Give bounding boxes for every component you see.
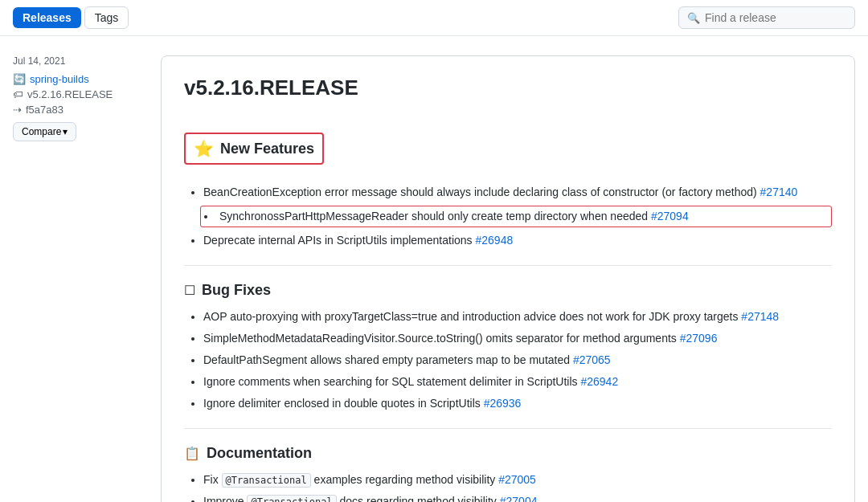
item-text: AOP auto-proxying with proxyTargetClass=… bbox=[203, 310, 741, 323]
main-container: Jul 14, 2021 🔄 spring-builds 🏷 v5.2.16.R… bbox=[0, 36, 868, 502]
release-title: v5.2.16.RELEASE bbox=[184, 76, 832, 100]
star-icon: ⭐ bbox=[194, 139, 214, 158]
item-text: BeanCreationException error message shou… bbox=[203, 186, 760, 198]
sidebar-tag[interactable]: 🏷 v5.2.16.RELEASE bbox=[13, 88, 141, 100]
build-icon: 🔄 bbox=[13, 73, 26, 85]
author-name: spring-builds bbox=[30, 73, 89, 85]
tags-tab[interactable]: Tags bbox=[84, 6, 129, 29]
item-suffix: docs regarding method visibility bbox=[340, 495, 500, 502]
new-features-header: ⭐ New Features bbox=[184, 133, 324, 165]
bug-fixes-header: ☐ Bug Fixes bbox=[184, 282, 832, 299]
tag-icon: 🏷 bbox=[13, 88, 23, 100]
list-item: AOP auto-proxying with proxyTargetClass=… bbox=[203, 308, 832, 325]
release-card: v5.2.16.RELEASE ⭐ New Features BeanCreat… bbox=[161, 55, 855, 502]
list-item: SimpleMethodMetadataReadingVisitor.Sourc… bbox=[203, 330, 832, 347]
documentation-header: 📋 Documentation bbox=[184, 445, 832, 462]
nav-tabs: Releases Tags bbox=[13, 6, 129, 29]
bug-fixes-title: Bug Fixes bbox=[202, 282, 271, 299]
search-box: 🔍 bbox=[678, 6, 855, 29]
issue-link[interactable]: #27140 bbox=[760, 186, 798, 198]
top-bar: Releases Tags 🔍 bbox=[0, 0, 868, 36]
releases-tab[interactable]: Releases bbox=[13, 7, 81, 28]
code-snippet: @Transactional bbox=[222, 473, 311, 488]
item-prefix: Fix bbox=[203, 473, 222, 486]
commit-icon: ⇢ bbox=[13, 104, 22, 116]
list-item: Ignore comments when searching for SQL s… bbox=[203, 373, 832, 390]
list-item: SynchronossPartHttpMessageReader should … bbox=[200, 206, 832, 227]
issue-link[interactable]: #26948 bbox=[475, 234, 513, 247]
issue-link[interactable]: #27005 bbox=[498, 473, 536, 486]
compare-button[interactable]: Compare ▾ bbox=[13, 122, 76, 141]
item-text: SynchronossPartHttpMessageReader should … bbox=[219, 210, 651, 222]
list-item: Deprecate internal APIs in ScriptUtils i… bbox=[203, 232, 832, 249]
issue-link[interactable]: #27094 bbox=[651, 210, 689, 222]
list-item: Fix @Transactional examples regarding me… bbox=[203, 471, 832, 488]
item-text: Ignore delimiter enclosed in double quot… bbox=[203, 397, 484, 410]
search-input[interactable] bbox=[705, 11, 846, 24]
issue-link[interactable]: #26936 bbox=[484, 397, 522, 410]
release-date: Jul 14, 2021 bbox=[13, 55, 141, 67]
issue-link[interactable]: #27004 bbox=[500, 495, 538, 502]
compare-label: Compare bbox=[22, 126, 61, 137]
documentation-title: Documentation bbox=[207, 445, 312, 462]
new-features-title: New Features bbox=[220, 141, 314, 157]
item-text: Deprecate internal APIs in ScriptUtils i… bbox=[203, 234, 475, 247]
section-divider bbox=[184, 428, 832, 429]
item-text: DefaultPathSegment allows shared empty p… bbox=[203, 353, 573, 366]
item-text: Ignore comments when searching for SQL s… bbox=[203, 375, 580, 388]
chevron-down-icon: ▾ bbox=[63, 126, 68, 137]
item-suffix: examples regarding method visibility bbox=[314, 473, 499, 486]
bug-fixes-list: AOP auto-proxying with proxyTargetClass=… bbox=[184, 308, 832, 412]
tag-name: v5.2.16.RELEASE bbox=[27, 88, 113, 100]
item-prefix: Improve bbox=[203, 495, 247, 502]
doc-icon: 📋 bbox=[184, 446, 200, 461]
issue-link[interactable]: #27096 bbox=[680, 332, 718, 345]
item-text: SimpleMethodMetadataReadingVisitor.Sourc… bbox=[203, 332, 680, 345]
list-item: DefaultPathSegment allows shared empty p… bbox=[203, 352, 832, 369]
issue-link[interactable]: #26942 bbox=[580, 375, 618, 388]
sidebar-author[interactable]: 🔄 spring-builds bbox=[13, 73, 141, 85]
list-item: BeanCreationException error message shou… bbox=[203, 184, 832, 201]
list-item: Improve @Transactional docs regarding me… bbox=[203, 493, 832, 502]
search-icon: 🔍 bbox=[687, 12, 700, 24]
section-divider bbox=[184, 265, 832, 266]
code-snippet: @Transactional bbox=[247, 495, 336, 502]
issue-link[interactable]: #27065 bbox=[573, 353, 611, 366]
issue-link[interactable]: #27148 bbox=[741, 310, 779, 323]
documentation-list: Fix @Transactional examples regarding me… bbox=[184, 471, 832, 502]
list-item: Ignore delimiter enclosed in double quot… bbox=[203, 395, 832, 412]
sidebar-commit[interactable]: ⇢ f5a7a83 bbox=[13, 104, 141, 116]
commit-hash: f5a7a83 bbox=[26, 104, 63, 116]
sidebar: Jul 14, 2021 🔄 spring-builds 🏷 v5.2.16.R… bbox=[13, 55, 141, 502]
bug-icon: ☐ bbox=[184, 283, 195, 298]
new-features-list: BeanCreationException error message shou… bbox=[184, 184, 832, 249]
